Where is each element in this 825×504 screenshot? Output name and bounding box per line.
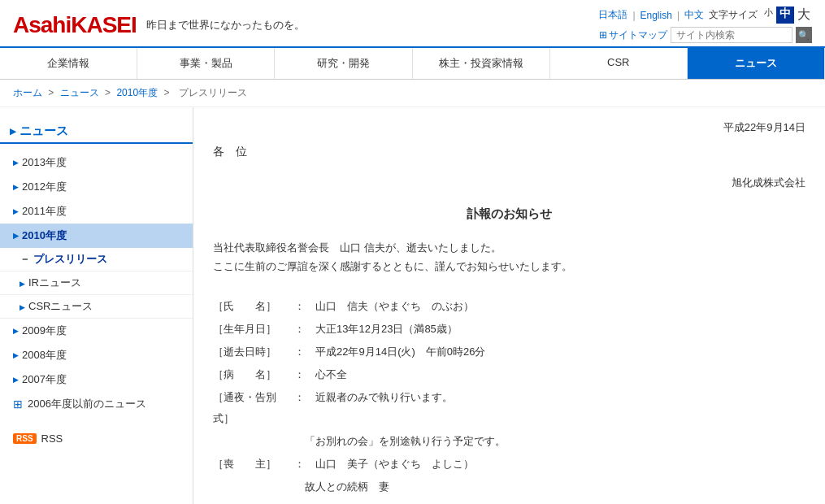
sidebar-item-2009[interactable]: 2009年度 <box>0 319 193 343</box>
logo-kasei: KASEI <box>71 12 137 37</box>
search-bar: ⊞ サイトマップ 🔍 <box>599 27 812 43</box>
detail-row-illness: ［病 名］ ： 心不全 <box>213 364 805 385</box>
lang-bar: 日本語 | English | 中文 文字サイズ 小 中 大 <box>598 7 812 24</box>
article-date: 平成22年9月14日 <box>213 120 805 135</box>
sidebar-subitem-press[interactable]: プレスリリース <box>0 248 193 272</box>
detail-label-funeral: ［通夜・告別式］ <box>213 387 294 429</box>
detail-value-death: ： 平成22年9月14日(火) 午前0時26分 <box>294 341 805 363</box>
nav-item-company[interactable]: 企業情報 <box>0 48 137 79</box>
breadcrumb: ホーム > ニュース > 2010年度 > プレスリリース <box>0 80 825 107</box>
main-nav: 企業情報 事業・製品 研究・開発 株主・投資家情報 CSR ニュース <box>0 46 825 80</box>
detail-value-funeral: ： 近親者のみで執り行います。 <box>294 387 805 429</box>
article-salutation: 各 位 <box>213 145 805 159</box>
detail-label-name: ［氏 名］ <box>213 296 294 317</box>
breadcrumb-sep2: > <box>105 87 113 98</box>
sitemap-icon: ⊞ <box>599 29 607 41</box>
nav-item-products[interactable]: 事業・製品 <box>137 48 275 79</box>
detail-row-history: ［故人の略歴］ <box>213 499 805 504</box>
breadcrumb-sep3: > <box>163 87 172 98</box>
detail-label-birth: ［生年月日］ <box>213 319 294 340</box>
sidebar-item-2008[interactable]: 2008年度 <box>0 343 193 367</box>
article-company: 旭化成株式会社 <box>213 176 805 190</box>
nav-item-news[interactable]: ニュース <box>688 48 825 79</box>
sidebar-item-2011[interactable]: 2011年度 <box>0 199 193 224</box>
sidebar-subitem-ir[interactable]: IRニュース <box>0 272 193 295</box>
detail-label-relation <box>213 476 294 497</box>
sidebar-older-label: 2006年度以前のニュース <box>28 397 146 411</box>
sidebar-item-2013[interactable]: 2013年度 <box>0 150 193 175</box>
sidebar-item-2010[interactable]: 2010年度 <box>0 224 193 248</box>
breadcrumb-section: プレスリリース <box>179 87 247 98</box>
main-content: ニュース 2013年度 2012年度 2011年度 2010年度 プレスリリース… <box>0 107 825 504</box>
page-header: AsahiKASEI 昨日まで世界になかったものを。 日本語 | English… <box>0 0 825 46</box>
rss-label: RSS <box>41 432 63 445</box>
sidebar-subitem-csr[interactable]: CSRニュース <box>0 295 193 319</box>
detail-value-history <box>294 499 805 504</box>
breadcrumb-news[interactable]: ニュース <box>60 87 99 98</box>
sidebar-item-2007[interactable]: 2007年度 <box>0 367 193 392</box>
logo-area: AsahiKASEI 昨日まで世界になかったものを。 <box>13 12 305 38</box>
detail-label-chief: ［喪 主］ <box>213 454 294 475</box>
detail-row-name: ［氏 名］ ： 山口 信夫（やまぐち のぶお） <box>213 296 805 317</box>
sep1: | <box>632 10 635 21</box>
font-size-controls: 小 中 大 <box>762 7 812 24</box>
detail-value-chief: ： 山口 美子（やまぐち よしこ） <box>294 454 805 475</box>
logo-asahi: Asahi <box>13 12 71 37</box>
detail-label-farewell <box>213 431 294 452</box>
detail-row-funeral: ［通夜・告別式］ ： 近親者のみで執り行います。 <box>213 387 805 429</box>
font-size-label: 文字サイズ <box>709 8 758 22</box>
sidebar-title: ニュース <box>0 120 193 144</box>
lang-zh-link[interactable]: 中文 <box>684 8 704 22</box>
sidebar: ニュース 2013年度 2012年度 2011年度 2010年度 プレスリリース… <box>0 107 193 504</box>
tagline: 昨日まで世界になかったものを。 <box>146 18 305 33</box>
font-small-btn[interactable]: 小 <box>762 7 775 24</box>
site-logo[interactable]: AsahiKASEI <box>13 12 137 38</box>
detail-label-illness: ［病 名］ <box>213 364 294 385</box>
detail-value-farewell: 「お別れの会」を別途執り行う予定です。 <box>294 431 805 452</box>
header-right: 日本語 | English | 中文 文字サイズ 小 中 大 ⊞ サイトマップ … <box>598 7 812 43</box>
font-mid-btn[interactable]: 中 <box>776 7 794 24</box>
detail-value-name: ： 山口 信夫（やまぐち のぶお） <box>294 296 805 317</box>
detail-row-chief: ［喪 主］ ： 山口 美子（やまぐち よしこ） <box>213 454 805 475</box>
lang-ja-link[interactable]: 日本語 <box>598 8 627 22</box>
nav-item-csr[interactable]: CSR <box>550 48 688 79</box>
sep2: | <box>677 10 680 21</box>
detail-row-farewell: 「お別れの会」を別途執り行う予定です。 <box>213 431 805 452</box>
intro-line1: 当社代表取締役名誉会長 山口 信夫が、逝去いたしました。 <box>213 238 805 257</box>
nav-item-investors[interactable]: 株主・投資家情報 <box>413 48 550 79</box>
detail-row-birth: ［生年月日］ ： 大正13年12月23日（満85歳） <box>213 319 805 340</box>
rss-icon: RSS <box>13 433 37 444</box>
breadcrumb-sep1: > <box>48 87 56 98</box>
search-icon: 🔍 <box>798 30 810 41</box>
details-table: ［氏 名］ ： 山口 信夫（やまぐち のぶお） ［生年月日］ ： 大正13年12… <box>213 296 805 504</box>
breadcrumb-home[interactable]: ホーム <box>13 87 42 98</box>
sitemap-link[interactable]: ⊞ サイトマップ <box>599 28 667 42</box>
detail-value-relation: 故人との続柄 妻 <box>294 476 805 497</box>
detail-value-birth: ： 大正13年12月23日（満85歳） <box>294 319 805 340</box>
search-button[interactable]: 🔍 <box>796 27 812 43</box>
nav-item-research[interactable]: 研究・開発 <box>275 48 412 79</box>
article-content: 平成22年9月14日 各 位 旭化成株式会社 訃報のお知らせ 当社代表取締役名誉… <box>193 107 825 504</box>
detail-row-death: ［逝去日時］ ： 平成22年9月14日(火) 午前0時26分 <box>213 341 805 363</box>
sidebar-rss[interactable]: RSS RSS <box>0 426 193 451</box>
detail-row-relation: 故人との続柄 妻 <box>213 476 805 497</box>
detail-label-history: ［故人の略歴］ <box>213 499 294 504</box>
article-intro: 当社代表取締役名誉会長 山口 信夫が、逝去いたしました。 ここに生前のご厚誼を深… <box>213 238 805 276</box>
detail-label-death: ［逝去日時］ <box>213 341 294 363</box>
article-title: 訃報のお知らせ <box>213 206 805 222</box>
sidebar-item-2012[interactable]: 2012年度 <box>0 175 193 199</box>
sidebar-item-older[interactable]: ⊞ 2006年度以前のニュース <box>0 392 193 416</box>
sitemap-label: サイトマップ <box>609 28 667 42</box>
font-large-btn[interactable]: 大 <box>796 7 812 24</box>
breadcrumb-year[interactable]: 2010年度 <box>116 87 158 98</box>
grid-icon: ⊞ <box>13 398 23 411</box>
search-input[interactable] <box>671 27 792 43</box>
lang-en-link[interactable]: English <box>640 10 672 21</box>
detail-value-illness: ： 心不全 <box>294 364 805 385</box>
intro-line2: ここに生前のご厚誼を深く感謝するとともに、謹んでお知らせいたします。 <box>213 257 805 276</box>
